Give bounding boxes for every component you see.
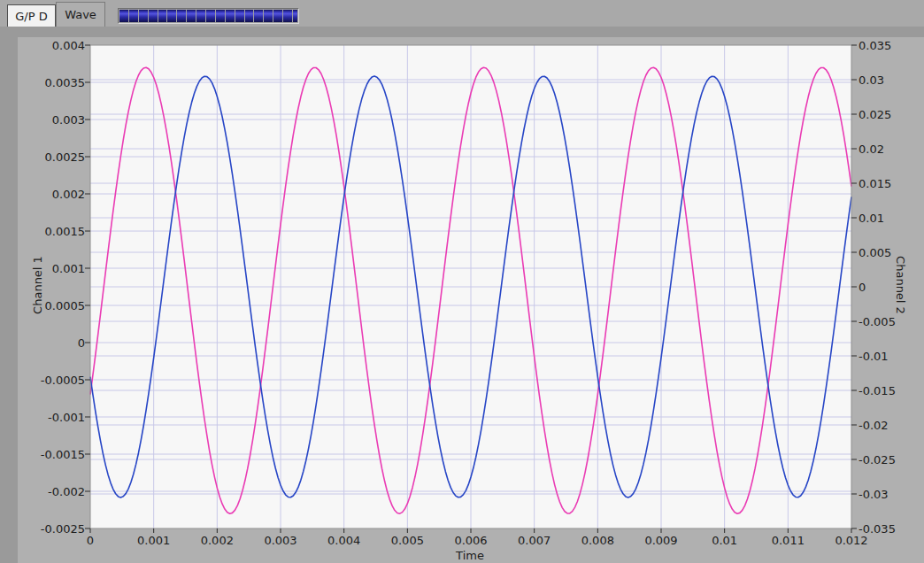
- x-axis-title: Time: [456, 549, 484, 562]
- right-axis-tick-label: -0.02: [859, 419, 889, 433]
- left-axis-tick-label: 0.001: [27, 262, 85, 276]
- left-axis-tick-label: 0.0015: [27, 225, 85, 239]
- x-axis-tick-label: 0.001: [122, 534, 186, 548]
- x-axis-tick-label: 0.002: [185, 534, 249, 548]
- x-axis-tick-label: 0.007: [503, 534, 566, 548]
- x-axis-tick-label: 0.005: [375, 534, 439, 548]
- right-axis-tick-label: -0.03: [859, 488, 889, 502]
- x-axis-tick-label: 0.004: [312, 534, 376, 548]
- left-axis-tick-label: -0.002: [27, 485, 85, 499]
- x-axis-tick-label: 0.003: [249, 534, 312, 548]
- right-axis-tick-label: 0.02: [859, 143, 884, 157]
- right-axis-tick-label: -0.005: [859, 315, 896, 329]
- right-axis-tick-label: -0.01: [859, 350, 889, 364]
- left-axis-tick-label: -0.001: [27, 411, 85, 425]
- right-axis-tick-label: 0.03: [859, 73, 884, 88]
- left-axis-tick-label: 0.0005: [27, 299, 85, 313]
- x-axis-tick-label: 0.006: [439, 534, 503, 548]
- labview-front-panel: G/P D Wave Channel 1 Channel 2 Time 0.00…: [0, 0, 924, 563]
- right-axis-title: Channel 2: [894, 256, 907, 314]
- right-axis-tick-label: 0.025: [859, 108, 891, 122]
- x-axis-tick-label: 0.01: [693, 534, 757, 548]
- left-axis-tick-label: 0: [27, 336, 85, 351]
- right-axis-tick-label: 0: [859, 281, 866, 295]
- right-axis-tick-label: 0.035: [859, 39, 891, 53]
- right-axis-tick-label: 0.005: [859, 246, 891, 260]
- left-axis-tick-label: 0.004: [27, 39, 85, 53]
- right-axis-tick-label: 0.015: [859, 177, 891, 191]
- left-axis-tick-label: 0.0035: [27, 76, 85, 90]
- right-axis-tick-label: 0.01: [859, 212, 884, 226]
- left-axis-tick-label: -0.0015: [27, 448, 85, 462]
- x-axis-tick-label: 0.011: [756, 534, 820, 548]
- left-axis-tick-label: 0.002: [27, 188, 85, 202]
- left-axis-tick-label: 0.0025: [27, 150, 85, 165]
- right-axis-tick-label: -0.025: [859, 453, 896, 467]
- x-axis-tick-label: 0: [58, 534, 122, 548]
- x-axis-tick-label: 0.009: [629, 534, 693, 548]
- x-axis-tick-label: 0.012: [820, 534, 883, 548]
- left-axis-tick-label: -0.0005: [27, 374, 85, 388]
- x-axis-tick-label: 0.008: [566, 534, 629, 548]
- left-axis-tick-label: 0.003: [27, 113, 85, 127]
- plot-area-svg[interactable]: [0, 0, 924, 563]
- right-axis-tick-label: -0.015: [859, 384, 896, 398]
